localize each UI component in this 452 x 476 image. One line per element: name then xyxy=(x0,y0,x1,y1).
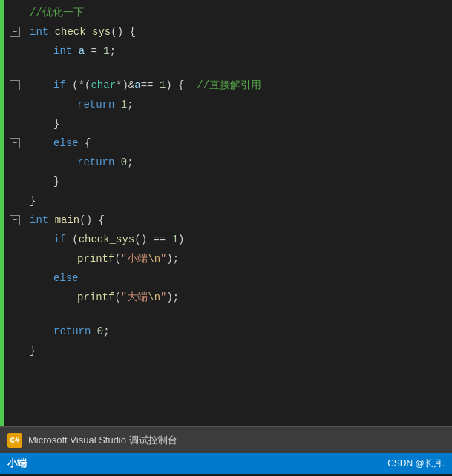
code-line-19: } xyxy=(26,341,452,360)
code-line-7: } xyxy=(26,114,452,133)
code-line-15: else xyxy=(26,268,452,288)
status-info: CSDN @长月. xyxy=(387,457,445,470)
code-line-6: return 1 ; xyxy=(26,95,452,114)
code-line-17 xyxy=(26,307,452,322)
status-bar: 小端 CSDN @长月. xyxy=(0,453,452,474)
func-name-check: check_sys xyxy=(55,26,111,38)
code-line-10: } xyxy=(26,172,452,191)
code-line-3: int a = 1 ; xyxy=(26,42,452,61)
code-line-11: } xyxy=(26,191,452,211)
code-line-1: //优化一下 xyxy=(26,3,452,22)
comment-text: //优化一下 xyxy=(30,6,84,19)
code-line-8: − else { xyxy=(26,133,452,153)
code-line-2: − int check_sys () { xyxy=(26,22,452,42)
code-line-4 xyxy=(26,61,452,76)
fold-button-8[interactable]: − xyxy=(10,138,20,148)
code-line-14: printf ( "小端\n" ); xyxy=(26,249,452,268)
fold-button-12[interactable]: − xyxy=(10,215,20,225)
green-bar xyxy=(0,0,4,426)
fold-button-5[interactable]: − xyxy=(10,80,20,90)
fold-button-2[interactable]: − xyxy=(10,27,20,37)
editor-area: //优化一下 − int check_sys () { int a = 1 ; … xyxy=(0,0,452,426)
code-line-16: printf ( "大端\n" ); xyxy=(26,288,452,307)
code-line-18: return 0 ; xyxy=(26,322,452,341)
code-line-12: − int main () { xyxy=(26,211,452,230)
code-area: //优化一下 − int check_sys () { int a = 1 ; … xyxy=(26,0,452,426)
code-line-9: return 0 ; xyxy=(26,153,452,172)
code-line-5: − if ( *( char *)& a == 1 ) { //直接解引用 xyxy=(26,76,452,95)
kw-int-1: int xyxy=(30,26,48,38)
status-output: 小端 xyxy=(7,457,27,470)
code-line-13: if ( check_sys () == 1 ) xyxy=(26,230,452,249)
vs-icon: C# xyxy=(7,433,22,448)
console-title: Microsoft Visual Studio 调试控制台 xyxy=(28,434,445,447)
console-bar: C# Microsoft Visual Studio 调试控制台 xyxy=(0,426,452,453)
